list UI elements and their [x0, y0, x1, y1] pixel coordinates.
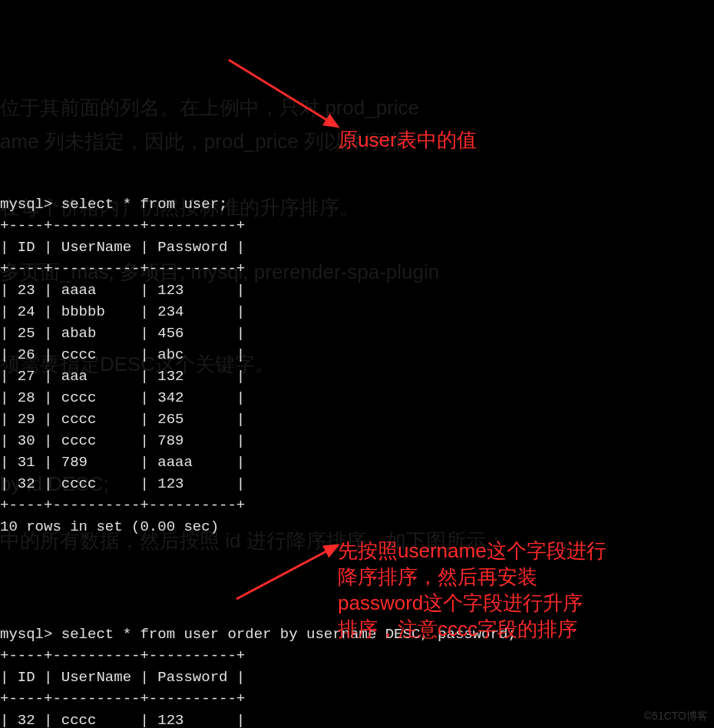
bg-text-line: ame 列未指定，因此，prod_price 列以降序排: [0, 131, 404, 152]
watermark: ©51CTO博客: [644, 710, 708, 723]
terminal-output: 位于其前面的列名。在上例中，只对 prod_price ame 列未指定，因此，…: [0, 0, 714, 728]
bg-text-line: 位于其前面的列名。在上例中，只对 prod_price: [0, 97, 419, 118]
query-block-1: mysql> select * from user; +----+-------…: [0, 194, 714, 538]
query-block-2: mysql> select * from user order by usern…: [0, 624, 714, 728]
